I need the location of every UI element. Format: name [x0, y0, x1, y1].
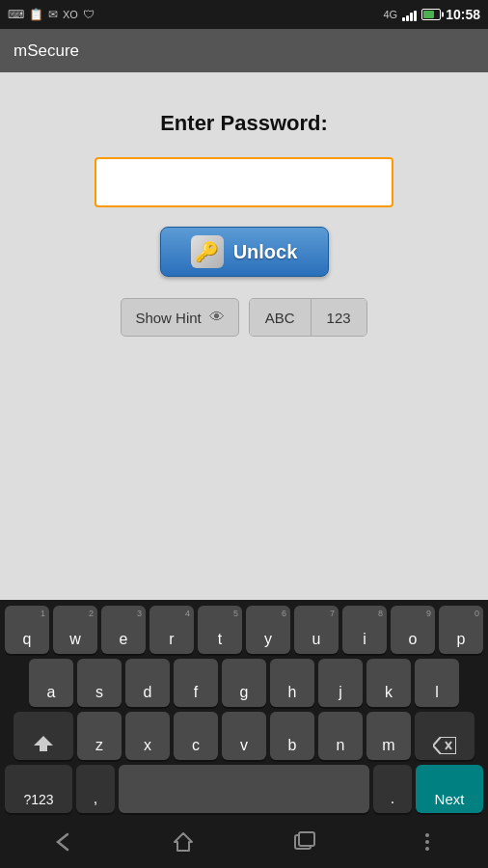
status-right: 4G 10:58	[384, 7, 481, 22]
eye-icon: 👁	[209, 309, 225, 326]
unlock-label: Unlock	[233, 241, 298, 263]
recents-icon	[294, 831, 315, 853]
signal-bar-2	[406, 15, 409, 21]
nav-recents-button[interactable]	[281, 823, 329, 861]
key-symbol: 🔑	[195, 240, 219, 263]
bottom-row: Show Hint 👁 ABC 123	[121, 298, 366, 337]
backspace-icon	[433, 737, 456, 754]
key-u[interactable]: 7u	[294, 606, 339, 654]
back-icon	[50, 831, 71, 853]
keyboard-row-bottom: ?123 , . Next	[2, 765, 486, 813]
main-content: Enter Password: 🔑 Unlock Show Hint 👁 ABC…	[0, 72, 488, 366]
password-input[interactable]	[96, 159, 392, 205]
key-s[interactable]: s	[77, 659, 122, 707]
comma-key[interactable]: ,	[76, 765, 115, 813]
svg-marker-0	[34, 736, 53, 751]
shift-icon	[33, 733, 54, 754]
key-t[interactable]: 5t	[198, 606, 242, 654]
status-time: 10:58	[446, 7, 480, 22]
nav-home-button[interactable]	[159, 823, 207, 861]
key-j[interactable]: j	[318, 659, 363, 707]
keyboard-row-1: 1q 2w 3e 4r 5t 6y 7u 8i 9o 0p	[2, 606, 486, 654]
home-icon	[173, 831, 194, 853]
svg-marker-4	[175, 833, 192, 851]
status-bar: ⌨ 📋 ✉ XO 🛡 4G 10:58	[0, 0, 488, 29]
unlock-button[interactable]: 🔑 Unlock	[160, 227, 329, 277]
key-q[interactable]: 1q	[5, 606, 49, 654]
svg-rect-6	[299, 832, 314, 846]
key-k[interactable]: k	[366, 659, 411, 707]
empty-space	[0, 366, 488, 600]
key-v[interactable]: v	[222, 712, 266, 760]
key-icon: 🔑	[191, 235, 224, 268]
battery-fill	[423, 11, 434, 18]
enter-password-label: Enter Password:	[160, 111, 328, 136]
keyboard: 1q 2w 3e 4r 5t 6y 7u 8i 9o 0p a s d f g …	[0, 600, 488, 815]
nav-bar	[0, 815, 488, 868]
signal-bar-1	[402, 17, 405, 21]
status-left: ⌨ 📋 ✉ XO 🛡	[8, 8, 95, 21]
key-f[interactable]: f	[174, 659, 218, 707]
key-a[interactable]: a	[29, 659, 73, 707]
key-b[interactable]: b	[270, 712, 314, 760]
key-c[interactable]: c	[174, 712, 218, 760]
key-z[interactable]: z	[77, 712, 122, 760]
key-l[interactable]: l	[415, 659, 459, 707]
backspace-key[interactable]	[415, 712, 474, 760]
signal-bars	[402, 8, 417, 21]
copy-icon: 📋	[29, 8, 43, 21]
title-bar: mSecure	[0, 29, 488, 72]
nav-more-button[interactable]	[403, 823, 451, 861]
key-x[interactable]: x	[125, 712, 170, 760]
key-m[interactable]: m	[366, 712, 411, 760]
key-n[interactable]: n	[318, 712, 363, 760]
show-hint-label: Show Hint	[135, 310, 201, 326]
password-input-wrapper[interactable]	[95, 157, 393, 207]
xo-icon: XO	[63, 9, 78, 20]
key-h[interactable]: h	[270, 659, 314, 707]
network-type: 4G	[384, 9, 398, 20]
keyboard-row-2: a s d f g h j k l	[2, 659, 486, 707]
period-key[interactable]: .	[373, 765, 412, 813]
key-g[interactable]: g	[222, 659, 266, 707]
key-o[interactable]: 9o	[391, 606, 435, 654]
svg-marker-1	[433, 737, 456, 754]
app-title: mSecure	[14, 41, 79, 61]
shield-icon: 🛡	[83, 8, 95, 21]
key-r[interactable]: 4r	[149, 606, 194, 654]
keyboard-icon: ⌨	[8, 8, 24, 21]
key-w[interactable]: 2w	[53, 606, 97, 654]
shift-key[interactable]	[14, 712, 73, 760]
signal-bar-4	[414, 11, 417, 21]
abc-button[interactable]: ABC	[250, 299, 312, 336]
num-switch-key[interactable]: ?123	[5, 765, 72, 813]
email-icon: ✉	[48, 8, 58, 21]
num-button[interactable]: 123	[312, 299, 366, 336]
key-y[interactable]: 6y	[246, 606, 290, 654]
keyboard-row-3: z x c v b n m	[2, 712, 486, 760]
signal-bar-3	[410, 13, 413, 21]
space-key[interactable]	[119, 765, 369, 813]
more-icon	[425, 833, 429, 851]
key-p[interactable]: 0p	[439, 606, 483, 654]
next-key[interactable]: Next	[416, 765, 483, 813]
show-hint-button[interactable]: Show Hint 👁	[121, 298, 238, 337]
abc-123-toggle[interactable]: ABC 123	[249, 298, 367, 337]
nav-back-button[interactable]	[37, 823, 85, 861]
key-d[interactable]: d	[125, 659, 170, 707]
key-i[interactable]: 8i	[342, 606, 387, 654]
key-e[interactable]: 3e	[101, 606, 146, 654]
battery-icon	[421, 9, 441, 20]
